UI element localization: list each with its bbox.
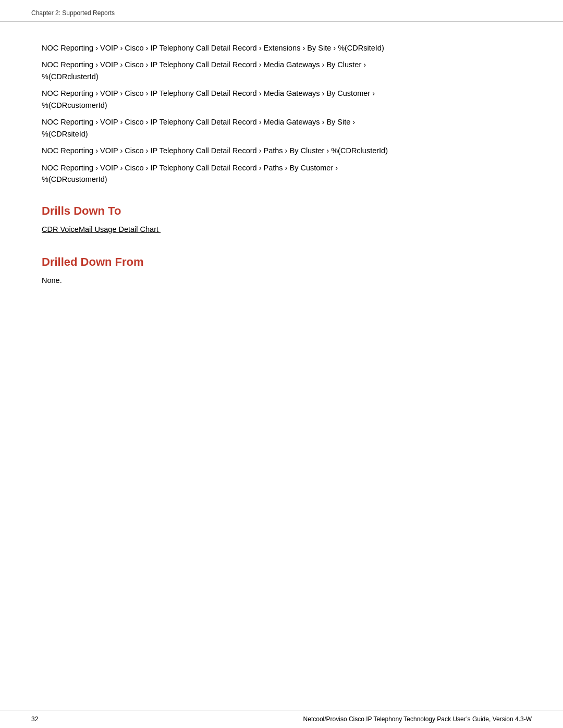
breadcrumb-text-6-line2: %(CDRcustomerId)	[42, 175, 107, 183]
breadcrumb-text-2-line2: %(CDRclusterId)	[42, 72, 99, 81]
breadcrumb-text-2-line1: NOC Reporting › VOIP › Cisco › IP Teleph…	[42, 60, 366, 69]
drills-down-to-section: Drills Down To CDR VoiceMail Usage Detai…	[42, 204, 521, 237]
drills-down-to-heading: Drills Down To	[42, 204, 521, 218]
breadcrumb-item-2: NOC Reporting › VOIP › Cisco › IP Teleph…	[42, 59, 521, 82]
breadcrumb-text-3-line2: %(CDRcustomerId)	[42, 101, 107, 109]
drilled-down-from-heading: Drilled Down From	[42, 255, 521, 269]
page-container: Chapter 2: Supported Reports NOC Reporti…	[0, 0, 563, 728]
breadcrumb-text-1: NOC Reporting › VOIP › Cisco › IP Teleph…	[42, 44, 384, 52]
drilled-down-from-section: Drilled Down From None.	[42, 255, 521, 285]
main-content: NOC Reporting › VOIP › Cisco › IP Teleph…	[0, 21, 563, 316]
drilled-down-from-content: None.	[42, 276, 521, 285]
breadcrumb-text-4-line2: %(CDRsiteId)	[42, 130, 88, 138]
chapter-label: Chapter 2: Supported Reports	[31, 9, 115, 17]
breadcrumb-text-6-line1: NOC Reporting › VOIP › Cisco › IP Teleph…	[42, 164, 338, 172]
page-footer: 32 Netcool/Proviso Cisco IP Telephony Te…	[0, 710, 563, 728]
footer-page-number: 32	[31, 715, 38, 723]
breadcrumb-text-3-line1: NOC Reporting › VOIP › Cisco › IP Teleph…	[42, 89, 375, 97]
drills-down-to-link[interactable]: CDR VoiceMail Usage Detail Chart	[42, 225, 161, 233]
breadcrumb-text-4-line1: NOC Reporting › VOIP › Cisco › IP Teleph…	[42, 118, 355, 126]
breadcrumb-item-4: NOC Reporting › VOIP › Cisco › IP Teleph…	[42, 116, 521, 140]
breadcrumb-item-6: NOC Reporting › VOIP › Cisco › IP Teleph…	[42, 162, 521, 186]
breadcrumb-item-5: NOC Reporting › VOIP › Cisco › IP Teleph…	[42, 145, 521, 156]
breadcrumb-list: NOC Reporting › VOIP › Cisco › IP Teleph…	[42, 42, 521, 186]
breadcrumb-item-1: NOC Reporting › VOIP › Cisco › IP Teleph…	[42, 42, 521, 54]
page-header: Chapter 2: Supported Reports	[0, 0, 563, 21]
breadcrumb-text-5: NOC Reporting › VOIP › Cisco › IP Teleph…	[42, 146, 388, 155]
footer-title: Netcool/Proviso Cisco IP Telephony Techn…	[303, 715, 532, 723]
breadcrumb-item-3: NOC Reporting › VOIP › Cisco › IP Teleph…	[42, 88, 521, 111]
